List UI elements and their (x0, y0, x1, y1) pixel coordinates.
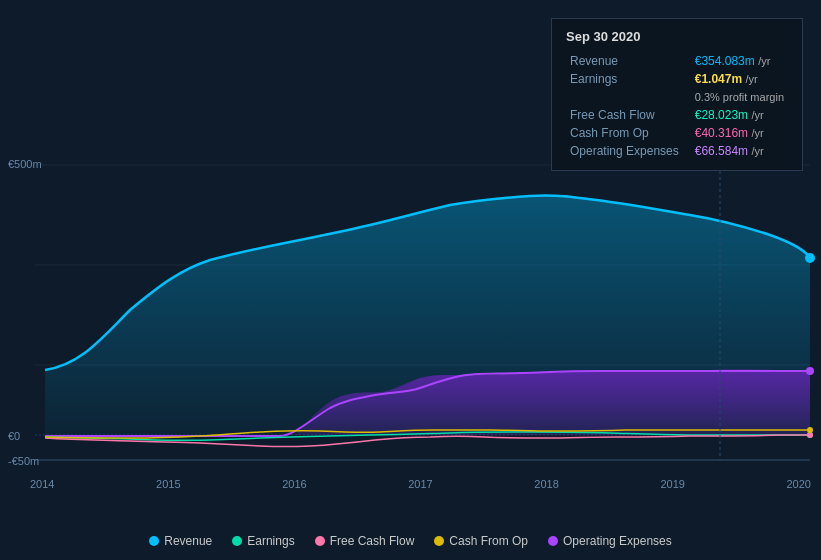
legend-earnings[interactable]: Earnings (232, 534, 294, 548)
profit-margin: 0.3% profit margin (695, 91, 784, 103)
legend-label-earnings: Earnings (247, 534, 294, 548)
x-label-2015: 2015 (156, 478, 180, 490)
legend-dot-revenue (149, 536, 159, 546)
legend-fcf[interactable]: Free Cash Flow (315, 534, 415, 548)
fcf-value: €28.023m (695, 108, 748, 122)
x-label-2019: 2019 (660, 478, 684, 490)
x-label-2020: 2020 (786, 478, 810, 490)
legend-label-revenue: Revenue (164, 534, 212, 548)
legend-label-cashfromop: Cash From Op (449, 534, 528, 548)
opex-label: Operating Expenses (566, 142, 691, 160)
legend-dot-opex (548, 536, 558, 546)
fcf-period: /yr (751, 109, 763, 121)
revenue-value: €354.083m (695, 54, 755, 68)
revenue-period: /yr (758, 55, 770, 67)
svg-point-10 (807, 427, 813, 433)
legend-opex[interactable]: Operating Expenses (548, 534, 672, 548)
legend-dot-cashfromop (434, 536, 444, 546)
svg-point-7 (806, 367, 814, 375)
legend-label-opex: Operating Expenses (563, 534, 672, 548)
x-axis-labels: 2014 2015 2016 2017 2018 2019 2020 (30, 478, 811, 490)
x-label-2016: 2016 (282, 478, 306, 490)
legend-dot-earnings (232, 536, 242, 546)
svg-point-6 (805, 253, 815, 263)
x-label-2017: 2017 (408, 478, 432, 490)
legend-revenue[interactable]: Revenue (149, 534, 212, 548)
tooltip-panel: Sep 30 2020 Revenue €354.083m /yr Earnin… (551, 18, 803, 171)
y-axis-0: €0 (8, 430, 20, 442)
legend-cashfromop[interactable]: Cash From Op (434, 534, 528, 548)
opex-period: /yr (751, 145, 763, 157)
y-axis-500m: €500m (8, 158, 42, 170)
y-axis-neg50m: -€50m (8, 455, 39, 467)
legend-label-fcf: Free Cash Flow (330, 534, 415, 548)
opex-value: €66.584m (695, 144, 748, 158)
fcf-label: Free Cash Flow (566, 106, 691, 124)
cashfromop-label: Cash From Op (566, 124, 691, 142)
tooltip-date: Sep 30 2020 (566, 29, 788, 44)
revenue-label: Revenue (566, 52, 691, 70)
chart-legend: Revenue Earnings Free Cash Flow Cash Fro… (0, 534, 821, 548)
cashfromop-value: €40.316m (695, 126, 748, 140)
cashfromop-period: /yr (751, 127, 763, 139)
x-label-2014: 2014 (30, 478, 54, 490)
legend-dot-fcf (315, 536, 325, 546)
x-label-2018: 2018 (534, 478, 558, 490)
earnings-label: Earnings (566, 70, 691, 88)
earnings-value: €1.047m (695, 72, 742, 86)
earnings-period: /yr (745, 73, 757, 85)
